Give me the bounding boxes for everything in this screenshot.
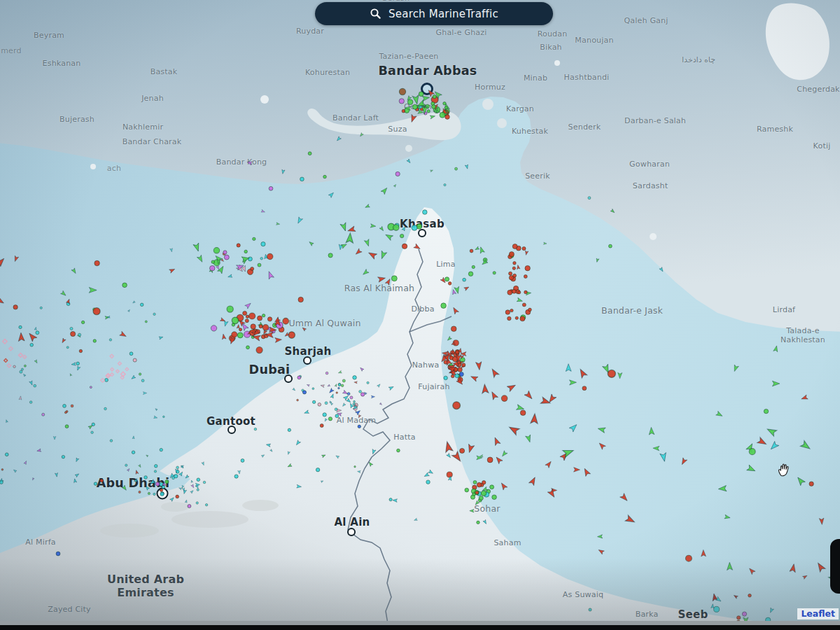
ship-marker-dot[interactable] bbox=[133, 358, 136, 362]
ship-marker-arrow[interactable] bbox=[747, 465, 757, 473]
ship-marker-arrow[interactable] bbox=[357, 470, 360, 473]
ship-marker-dot[interactable] bbox=[479, 496, 483, 500]
ship-marker-dot[interactable] bbox=[254, 428, 257, 430]
ship-marker-dot[interactable] bbox=[36, 331, 39, 335]
ship-marker-arrow[interactable] bbox=[338, 371, 342, 374]
ship-marker-dot[interactable] bbox=[141, 379, 144, 382]
ship-marker-arrow[interactable] bbox=[409, 114, 416, 122]
ship-marker-dot[interactable] bbox=[459, 372, 463, 377]
ship-marker-arrow[interactable] bbox=[598, 548, 605, 554]
ship-marker-dot[interactable] bbox=[402, 109, 405, 113]
ship-marker-dot[interactable] bbox=[412, 104, 417, 109]
ship-marker-dot[interactable] bbox=[56, 552, 60, 556]
ship-marker-dot[interactable] bbox=[298, 376, 301, 379]
ship-marker-arrow[interactable] bbox=[328, 191, 335, 197]
ship-marker-arrow[interactable] bbox=[393, 498, 398, 502]
ship-marker-dot[interactable] bbox=[40, 307, 42, 309]
ship-marker-dot[interactable] bbox=[397, 449, 400, 452]
ship-marker-dot[interactable] bbox=[253, 237, 255, 240]
ship-marker-arrow[interactable] bbox=[732, 365, 738, 372]
ship-marker-arrow[interactable] bbox=[464, 286, 470, 290]
ship-marker-arrow[interactable] bbox=[543, 242, 547, 245]
ship-marker-dot[interactable] bbox=[426, 480, 430, 484]
ship-marker-dot[interactable] bbox=[148, 492, 150, 494]
ship-marker-arrow[interactable] bbox=[275, 337, 282, 343]
ship-marker-dot[interactable] bbox=[402, 244, 407, 248]
ship-marker-arrow[interactable] bbox=[342, 403, 346, 407]
ship-marker-dot[interactable] bbox=[140, 303, 144, 307]
ship-marker-arrow[interactable] bbox=[470, 374, 478, 382]
ship-marker-dot[interactable] bbox=[297, 399, 299, 401]
ship-marker-arrow[interactable] bbox=[159, 336, 163, 340]
ship-marker-dot[interactable] bbox=[211, 260, 215, 264]
ship-marker-dot[interactable] bbox=[24, 365, 26, 367]
ship-marker-arrow[interactable] bbox=[71, 363, 76, 366]
ship-marker-arrow[interactable] bbox=[32, 477, 34, 480]
ship-marker-diamond[interactable] bbox=[110, 354, 113, 358]
ship-marker-arrow[interactable] bbox=[335, 384, 337, 387]
ship-marker-arrow[interactable] bbox=[261, 209, 265, 213]
ship-marker-dot[interactable] bbox=[427, 110, 430, 113]
ship-marker-dot[interactable] bbox=[341, 384, 344, 387]
ship-marker-arrow[interactable] bbox=[61, 290, 67, 297]
ship-marker-arrow[interactable] bbox=[597, 426, 606, 433]
ship-marker-arrow[interactable] bbox=[365, 204, 370, 209]
ship-marker-arrow[interactable] bbox=[566, 364, 571, 372]
ship-marker-dot[interactable] bbox=[139, 373, 141, 375]
ship-marker-dot[interactable] bbox=[353, 403, 355, 405]
ship-marker-arrow[interactable] bbox=[267, 270, 274, 279]
ship-marker-dot[interactable] bbox=[241, 458, 244, 462]
ship-marker-dot[interactable] bbox=[443, 102, 446, 105]
ship-marker-dot[interactable] bbox=[338, 387, 340, 389]
ship-marker-arrow[interactable] bbox=[517, 298, 523, 303]
ship-marker-arrow[interactable] bbox=[185, 500, 188, 503]
ship-marker-arrow[interactable] bbox=[261, 454, 265, 457]
ship-marker-arrow[interactable] bbox=[801, 395, 808, 401]
ship-marker-arrow[interactable] bbox=[193, 243, 201, 252]
ship-marker-dot[interactable] bbox=[477, 521, 479, 524]
ship-marker-dot[interactable] bbox=[162, 485, 165, 489]
ship-marker-diamond[interactable] bbox=[111, 368, 114, 371]
ship-marker-dot[interactable] bbox=[267, 253, 273, 259]
ship-marker-arrow[interactable] bbox=[75, 458, 79, 462]
ship-marker-dot[interactable] bbox=[336, 392, 338, 394]
ship-marker-dot[interactable] bbox=[163, 416, 165, 418]
ship-marker-dot[interactable] bbox=[197, 478, 200, 482]
ship-marker-dot[interactable] bbox=[224, 255, 229, 260]
ship-marker-arrow[interactable] bbox=[69, 373, 72, 376]
ship-marker-dot[interactable] bbox=[462, 363, 465, 367]
ship-marker-dot[interactable] bbox=[507, 290, 512, 295]
ship-marker-dot[interactable] bbox=[468, 272, 473, 276]
ship-marker-dot[interactable] bbox=[323, 175, 327, 178]
ship-marker-dot[interactable] bbox=[354, 465, 356, 468]
ship-marker-dot[interactable] bbox=[608, 244, 612, 248]
ship-marker-dot[interactable] bbox=[441, 303, 447, 309]
ship-marker-arrow[interactable] bbox=[237, 324, 240, 328]
ship-marker-dot[interactable] bbox=[458, 368, 462, 372]
ship-marker-arrow[interactable] bbox=[190, 490, 194, 493]
ship-marker-arrow[interactable] bbox=[766, 426, 777, 436]
ship-marker-dot[interactable] bbox=[509, 272, 512, 275]
ship-marker-arrow[interactable] bbox=[625, 515, 636, 525]
ship-marker-dot[interactable] bbox=[520, 316, 525, 321]
ship-marker-arrow[interactable] bbox=[270, 449, 273, 452]
ship-marker-dot[interactable] bbox=[354, 400, 356, 402]
ship-marker-arrow[interactable] bbox=[402, 226, 406, 231]
ship-marker-arrow[interactable] bbox=[384, 232, 393, 240]
ship-marker-dot[interactable] bbox=[524, 290, 528, 294]
ship-marker-arrow[interactable] bbox=[143, 392, 146, 395]
ship-marker-dot[interactable] bbox=[302, 391, 306, 394]
ship-marker-dot[interactable] bbox=[399, 99, 404, 104]
ship-marker-dot[interactable] bbox=[477, 482, 482, 487]
ship-marker-dot[interactable] bbox=[347, 393, 350, 396]
ship-marker-arrow[interactable] bbox=[302, 327, 307, 332]
ship-marker-dot[interactable] bbox=[742, 612, 746, 616]
ship-marker-dot[interactable] bbox=[513, 274, 517, 277]
ship-marker-dot[interactable] bbox=[522, 303, 526, 307]
ship-marker-arrow[interactable] bbox=[330, 393, 335, 398]
ship-marker-arrow[interactable] bbox=[0, 297, 5, 305]
ship-marker-dot[interactable] bbox=[160, 492, 164, 496]
ship-marker-arrow[interactable] bbox=[499, 482, 507, 490]
ship-marker-arrow[interactable] bbox=[494, 456, 503, 464]
ship-marker-dot[interactable] bbox=[360, 393, 364, 396]
